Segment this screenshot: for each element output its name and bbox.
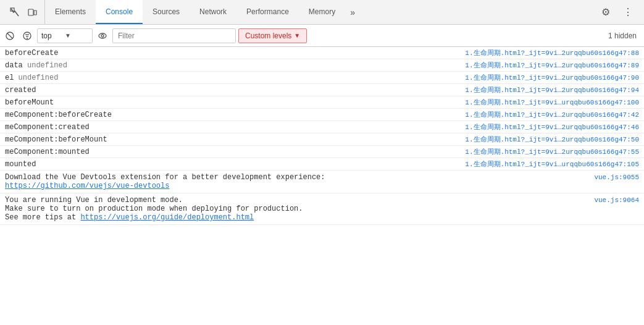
- vue-devtools-link[interactable]: vue.js:9055: [594, 174, 639, 181]
- svg-rect-1: [28, 9, 33, 15]
- context-selector[interactable]: top ▼: [37, 28, 93, 43]
- vue-devtools-row2: https://github.com/vuejs/vue-devtools: [5, 182, 639, 190]
- toolbar-right: ⚙ ⋮: [592, 4, 642, 21]
- log-entry: meComponent:mounted 1.生命周期.html?_ijt=9vi…: [0, 146, 644, 158]
- vue-devmode-row2: Make sure to turn on production mode whe…: [5, 205, 639, 213]
- vue-devmode-text1: You are running Vue in development mode.: [5, 196, 594, 205]
- log-link[interactable]: 1.生命周期.html?_ijt=9vi…urqqbu60s166g47:100: [465, 98, 639, 107]
- devtools-toolbar: Elements Console Sources Network Perform…: [0, 0, 644, 25]
- log-entry: beforeMount 1.生命周期.html?_ijt=9vi…urqqbu6…: [0, 96, 644, 109]
- vue-deployment-link[interactable]: https://vuejs.org/guide/deployment.html: [80, 213, 254, 222]
- log-text: meComponent:beforeMount: [5, 135, 460, 144]
- log-text: beforeMount: [5, 98, 460, 107]
- log-entry: beforeCreate 1.生命周期.html?_ijt=9vi…2urqqb…: [0, 47, 644, 59]
- log-link[interactable]: 1.生命周期.html?_ijt=9vi…2urqqbu60s166g47:55: [465, 147, 639, 156]
- log-text-normal: data: [5, 61, 27, 70]
- tab-network[interactable]: Network: [190, 0, 236, 24]
- device-toggle-button[interactable]: [25, 5, 40, 20]
- log-entry: meComponent:created 1.生命周期.html?_ijt=9vi…: [0, 121, 644, 133]
- tab-console[interactable]: Console: [96, 0, 143, 24]
- vue-devtools-message: Download the Vue Devtools extension for …: [0, 171, 644, 193]
- more-options-button[interactable]: ⋮: [619, 4, 637, 21]
- settings-button[interactable]: ⚙: [597, 4, 614, 21]
- svg-rect-2: [34, 11, 36, 15]
- inspect-element-button[interactable]: [7, 5, 22, 20]
- vue-devmode-text2: Make sure to turn on production mode whe…: [5, 205, 639, 213]
- log-entry: mounted 1.生命周期.html?_ijt=9vi…urqqbu60s16…: [0, 158, 644, 171]
- log-text: created: [5, 86, 460, 95]
- log-text-undefined: undefined: [27, 61, 67, 70]
- log-text: meComponent:created: [5, 123, 460, 132]
- log-text: beforeCreate: [5, 49, 460, 57]
- vue-devmode-row3: See more tips at https://vuejs.org/guide…: [5, 213, 639, 222]
- log-levels-button[interactable]: Custom levels ▼: [238, 28, 307, 43]
- log-text: data undefined: [5, 61, 460, 70]
- filter-input[interactable]: [112, 28, 236, 43]
- log-entry: created 1.生命周期.html?_ijt=9vi…2urqqbu60s1…: [0, 84, 644, 96]
- log-text-undefined: undefined: [19, 74, 59, 82]
- svg-point-9: [99, 33, 106, 38]
- more-tabs-button[interactable]: »: [345, 0, 360, 24]
- log-link[interactable]: 1.生命周期.html?_ijt=9vi…2urqqbu60s166g47:42: [465, 110, 639, 119]
- log-link[interactable]: 1.生命周期.html?_ijt=9vi…2urqqbu60s166g47:89: [465, 61, 639, 70]
- console-log-area: beforeCreate 1.生命周期.html?_ijt=9vi…2urqqb…: [0, 47, 644, 325]
- vue-devmode-text3: See more tips at https://vuejs.org/guide…: [5, 213, 639, 222]
- log-entry: el undefined 1.生命周期.html?_ijt=9vi…2urqqb…: [0, 72, 644, 84]
- filter-toggle-button[interactable]: [20, 28, 35, 43]
- console-toolbar: top ▼ Custom levels ▼ 1 hidden: [0, 25, 644, 47]
- log-levels-arrow: ▼: [294, 32, 300, 39]
- toolbar-icons: [2, 0, 45, 24]
- tab-performance[interactable]: Performance: [236, 0, 299, 24]
- vue-devmode-link[interactable]: vue.js:9064: [594, 196, 639, 204]
- log-text-normal: el: [5, 74, 19, 82]
- tab-bar: Elements Console Sources Network Perform…: [45, 0, 592, 24]
- vue-devtools-text: Download the Vue Devtools extension for …: [5, 173, 594, 182]
- log-link[interactable]: 1.生命周期.html?_ijt=9vi…2urqqbu60s166g47:94: [465, 85, 639, 95]
- tab-elements[interactable]: Elements: [45, 0, 96, 24]
- svg-point-10: [101, 35, 104, 37]
- log-link[interactable]: 1.生命周期.html?_ijt=9vi…2urqqbu60s166g47:50: [465, 135, 639, 144]
- live-expressions-button[interactable]: [95, 28, 110, 43]
- log-link[interactable]: 1.生命周期.html?_ijt=9vi…2urqqbu60s166g47:46: [465, 122, 639, 132]
- context-selector-arrow: ▼: [65, 32, 88, 39]
- vue-devtools-url[interactable]: https://github.com/vuejs/vue-devtools: [5, 182, 169, 190]
- log-text: meComponent:mounted: [5, 148, 460, 156]
- clear-console-button[interactable]: [2, 28, 17, 43]
- hidden-count: 1 hidden: [608, 32, 642, 40]
- vue-devmode-message: You are running Vue in development mode.…: [0, 193, 644, 225]
- tab-sources[interactable]: Sources: [143, 0, 190, 24]
- log-text: mounted: [5, 160, 460, 169]
- svg-line-4: [7, 33, 12, 38]
- log-link[interactable]: 1.生命周期.html?_ijt=9vi…2urqqbu60s166g47:90: [465, 73, 639, 82]
- log-entry: meComponent:beforeMount 1.生命周期.html?_ijt…: [0, 133, 644, 146]
- log-entry: meComponent:beforeCreate 1.生命周期.html?_ij…: [0, 109, 644, 121]
- log-text: meComponent:beforeCreate: [5, 111, 460, 119]
- tab-memory[interactable]: Memory: [299, 0, 345, 24]
- vue-devtools-row1: Download the Vue Devtools extension for …: [5, 173, 639, 182]
- vue-devmode-row1: You are running Vue in development mode.…: [5, 196, 639, 205]
- log-link[interactable]: 1.生命周期.html?_ijt=9vi…urqqbu60s166g47:105: [465, 159, 639, 169]
- log-link[interactable]: 1.生命周期.html?_ijt=9vi…2urqqbu60s166g47:88: [465, 48, 639, 57]
- log-text: el undefined: [5, 74, 460, 82]
- log-entry: data undefined 1.生命周期.html?_ijt=9vi…2urq…: [0, 59, 644, 72]
